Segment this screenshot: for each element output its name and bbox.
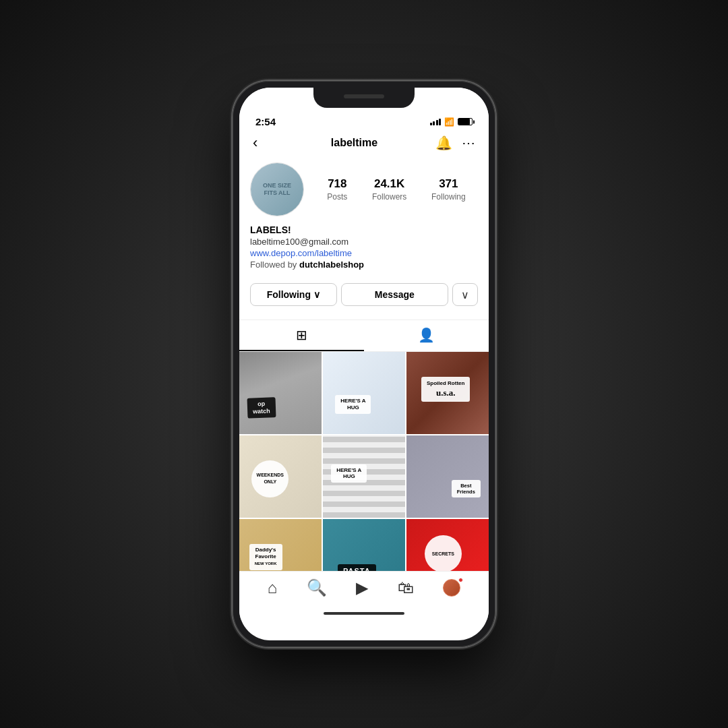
scene: 2:54 📶 bbox=[0, 0, 728, 728]
profile-section: ONE SIZEFITS ALL 718 Posts 24.1K Followe… bbox=[239, 157, 489, 314]
grid-label-1: opwatch bbox=[247, 397, 276, 418]
nav-profile[interactable] bbox=[443, 579, 460, 597]
following-button[interactable]: Following ∨ bbox=[250, 283, 337, 306]
followers-stat[interactable]: 24.1K Followers bbox=[372, 177, 406, 202]
avatar-image: ONE SIZEFITS ALL bbox=[251, 163, 303, 216]
grid-label-8: PASTA bbox=[338, 564, 376, 571]
notification-bell-icon[interactable]: 🔔 bbox=[435, 135, 452, 151]
phone-screen: 2:54 📶 bbox=[239, 88, 489, 640]
status-bar: 2:54 📶 bbox=[239, 108, 489, 130]
grid-item-4[interactable]: WEEKENDSONLY bbox=[239, 435, 322, 518]
message-button[interactable]: Message bbox=[341, 283, 448, 306]
nav-search[interactable]: 🔍 bbox=[307, 578, 327, 597]
chevron-down-icon: ∨ bbox=[461, 289, 469, 301]
notification-dot bbox=[458, 578, 463, 582]
grid-item-9[interactable]: SECRETS bbox=[406, 519, 489, 571]
reels-icon: ▶ bbox=[356, 578, 368, 597]
nav-home[interactable]: ⌂ bbox=[268, 578, 278, 597]
nav-reels[interactable]: ▶ bbox=[356, 578, 368, 597]
followers-count: 24.1K bbox=[374, 177, 404, 191]
posts-stat[interactable]: 718 Posts bbox=[327, 177, 347, 202]
grid-item-5[interactable]: HERE'S AHUG bbox=[323, 435, 405, 518]
following-label: Following bbox=[431, 192, 466, 202]
status-time: 2:54 bbox=[255, 116, 276, 127]
grid-item-6[interactable]: BestFriends bbox=[406, 435, 489, 518]
photo-grid-wrapper: opwatch HERE'S AHUG Spoiled Rottenu.s.a. bbox=[239, 352, 489, 571]
bottom-nav: ⌂ 🔍 ▶ 🛍 bbox=[239, 571, 489, 601]
shop-icon: 🛍 bbox=[398, 578, 414, 597]
following-count: 371 bbox=[439, 177, 458, 191]
grid-view-icon: ⊞ bbox=[296, 327, 307, 343]
search-icon: 🔍 bbox=[307, 578, 327, 597]
grid-label-2: HERE'S AHUG bbox=[335, 395, 371, 413]
grid-label-3: Spoiled Rottenu.s.a. bbox=[421, 377, 470, 402]
grid-label-6: BestFriends bbox=[452, 480, 481, 497]
profile-username: labeltime bbox=[331, 137, 377, 149]
bio-email: labeltime100@gmail.com bbox=[250, 237, 478, 247]
profile-stats: 718 Posts 24.1K Followers 371 Following bbox=[315, 177, 478, 202]
grid-label-9: SECRETS bbox=[425, 535, 462, 571]
phone-shell: 2:54 📶 bbox=[233, 81, 495, 647]
bio-followed-by: Followed by dutchlabelshop bbox=[250, 260, 478, 270]
nav-shop[interactable]: 🛍 bbox=[398, 578, 414, 597]
home-icon: ⌂ bbox=[268, 578, 278, 597]
speaker bbox=[344, 94, 384, 98]
notch bbox=[313, 88, 415, 108]
grid-item-1[interactable]: opwatch bbox=[239, 352, 322, 434]
posts-count: 718 bbox=[328, 177, 346, 191]
tab-tagged[interactable]: 👤 bbox=[364, 320, 489, 351]
home-indicator-bar bbox=[324, 612, 404, 615]
grid-label-7: Daddy'sFavoriteNEW YORK bbox=[249, 544, 282, 570]
battery-icon bbox=[458, 118, 473, 125]
grid-item-8[interactable]: PASTA bbox=[323, 519, 405, 571]
grid-item-2[interactable]: HERE'S AHUG bbox=[323, 352, 405, 434]
follower-name[interactable]: dutchlabelshop bbox=[299, 260, 364, 270]
grid-item-3[interactable]: Spoiled Rottenu.s.a. bbox=[406, 352, 489, 434]
grid-label-5: HERE'S AHUG bbox=[331, 464, 367, 483]
grid-label-4: WEEKENDSONLY bbox=[251, 460, 289, 497]
nav-actions: 🔔 ⋯ bbox=[435, 135, 475, 151]
tab-grid[interactable]: ⊞ bbox=[239, 320, 364, 351]
photo-grid: opwatch HERE'S AHUG Spoiled Rottenu.s.a. bbox=[239, 352, 489, 571]
content-tabs: ⊞ 👤 bbox=[239, 320, 489, 352]
avatar[interactable]: ONE SIZEFITS ALL bbox=[250, 162, 304, 216]
bio-name: LABELS! bbox=[250, 224, 478, 235]
wifi-icon: 📶 bbox=[444, 117, 454, 127]
posts-label: Posts bbox=[327, 192, 347, 202]
bio-link[interactable]: www.depop.com/labeltime bbox=[250, 248, 478, 258]
home-indicator bbox=[239, 601, 489, 620]
top-nav: ‹ labeltime 🔔 ⋯ bbox=[239, 130, 489, 157]
followers-label: Followers bbox=[372, 192, 406, 202]
chevron-down-icon: ∨ bbox=[313, 289, 320, 300]
profile-avatar-mini bbox=[443, 579, 460, 597]
back-button[interactable]: ‹ bbox=[253, 134, 273, 152]
bio-section: LABELS! labeltime100@gmail.com www.depop… bbox=[250, 224, 478, 276]
screen-content: 2:54 📶 bbox=[239, 88, 489, 620]
action-buttons: Following ∨ Message ∨ bbox=[250, 283, 478, 306]
following-stat[interactable]: 371 Following bbox=[431, 177, 466, 202]
signal-bars-icon bbox=[430, 118, 442, 125]
more-options-icon[interactable]: ⋯ bbox=[462, 135, 475, 151]
more-dropdown-button[interactable]: ∨ bbox=[452, 283, 478, 306]
profile-top: ONE SIZEFITS ALL 718 Posts 24.1K Followe… bbox=[250, 162, 478, 216]
grid-item-7[interactable]: Daddy'sFavoriteNEW YORK bbox=[239, 519, 322, 571]
status-icons: 📶 bbox=[430, 117, 473, 127]
tagged-icon: 👤 bbox=[418, 327, 435, 343]
